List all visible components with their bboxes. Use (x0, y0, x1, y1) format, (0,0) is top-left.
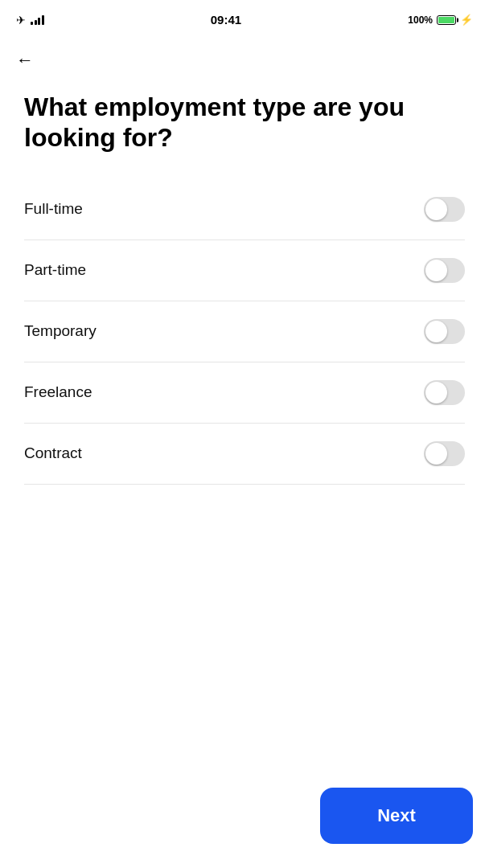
back-button[interactable]: ← (0, 42, 489, 79)
option-part-time-label: Part-time (24, 261, 86, 279)
employment-options-list: Full-time Part-time Temporary Freelance (0, 179, 489, 485)
toggle-contract[interactable] (424, 441, 465, 466)
option-contract-label: Contract (24, 444, 82, 462)
next-button-container: Next (320, 788, 473, 844)
airplane-icon: ✈ (16, 14, 26, 27)
toggle-part-time[interactable] (424, 258, 465, 283)
status-right: 100% ⚡ (408, 14, 473, 26)
option-contract: Contract (24, 424, 465, 485)
next-button[interactable]: Next (320, 788, 473, 844)
option-temporary-label: Temporary (24, 322, 97, 340)
option-freelance-label: Freelance (24, 383, 92, 401)
charging-icon: ⚡ (460, 14, 473, 26)
back-arrow-icon: ← (16, 50, 34, 70)
battery-icon (437, 15, 456, 25)
page-title-container: What employment type are you looking for… (0, 79, 489, 179)
toggle-temporary[interactable] (424, 319, 465, 344)
status-left: ✈ (16, 14, 44, 27)
toggle-full-time[interactable] (424, 197, 465, 222)
option-freelance: Freelance (24, 362, 465, 424)
option-part-time: Part-time (24, 240, 465, 301)
option-temporary: Temporary (24, 301, 465, 362)
option-full-time: Full-time (24, 179, 465, 240)
status-time: 09:41 (211, 13, 241, 27)
battery-percent: 100% (408, 14, 433, 26)
toggle-freelance[interactable] (424, 380, 465, 405)
page-title: What employment type are you looking for… (24, 92, 465, 154)
option-full-time-label: Full-time (24, 200, 83, 218)
signal-bars (31, 15, 44, 25)
status-bar: ✈ 09:41 100% ⚡ (0, 0, 489, 35)
